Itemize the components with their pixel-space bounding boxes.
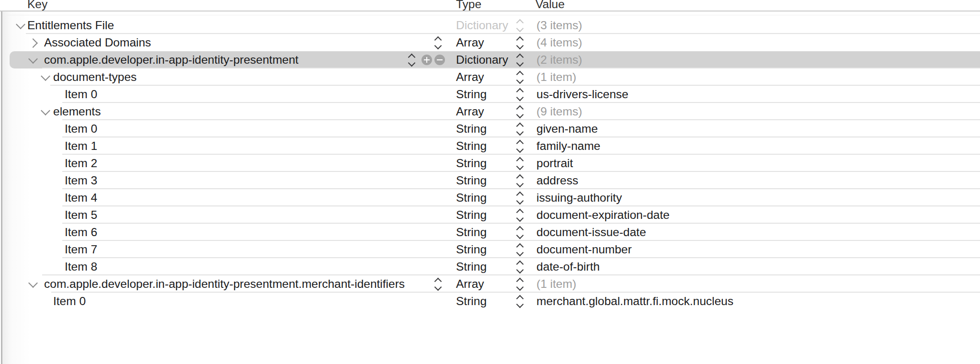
key-cell[interactable]: Item 5: [65, 206, 97, 224]
type-cell[interactable]: String: [456, 155, 487, 172]
type-stepper-icon[interactable]: [516, 51, 524, 68]
key-cell[interactable]: Entitlements File: [27, 17, 114, 34]
key-cell[interactable]: Item 1: [65, 137, 97, 155]
type-cell[interactable]: String: [456, 86, 487, 103]
value-cell[interactable]: us-drivers-license: [536, 86, 628, 103]
plist-row-entitlements-file[interactable]: Entitlements File Dictionary (3 items): [0, 17, 980, 34]
plist-row-in-app-identity-presentment[interactable]: com.apple.developer.in-app-identity-pres…: [0, 51, 980, 68]
type-cell[interactable]: String: [456, 258, 487, 275]
disclosure-expanded-icon[interactable]: [16, 20, 25, 29]
type-stepper-icon: [516, 17, 524, 34]
type-cell[interactable]: String: [456, 172, 487, 189]
key-cell[interactable]: Item 8: [65, 258, 97, 275]
type-cell[interactable]: Dictionary: [456, 51, 508, 68]
value-cell: (2 items): [536, 51, 582, 68]
add-row-button[interactable]: [422, 55, 432, 65]
type-stepper-icon[interactable]: [516, 34, 524, 51]
type-cell[interactable]: String: [456, 137, 487, 155]
disclosure-expanded-icon[interactable]: [28, 54, 38, 64]
type-stepper-icon[interactable]: [516, 224, 524, 241]
type-cell[interactable]: String: [456, 189, 487, 206]
type-stepper-icon[interactable]: [516, 68, 524, 86]
type-cell[interactable]: String: [456, 224, 487, 241]
key-cell[interactable]: Item 0: [53, 293, 86, 310]
type-stepper-icon[interactable]: [516, 155, 524, 172]
value-cell[interactable]: merchant.global.mattr.fi.mock.nucleus: [536, 293, 733, 310]
plist-row-item[interactable]: Item 0 String merchant.global.mattr.fi.m…: [0, 293, 980, 310]
type-stepper-icon[interactable]: [516, 103, 524, 120]
key-cell[interactable]: Associated Domains: [44, 34, 151, 51]
key-cell[interactable]: Item 6: [65, 224, 97, 241]
key-stepper-icon[interactable]: [408, 51, 416, 68]
key-cell[interactable]: com.apple.developer.in-app-identity-pres…: [44, 275, 405, 293]
column-header-value: Value: [536, 0, 565, 11]
plist-row-elements[interactable]: elements Array (9 items): [0, 103, 980, 120]
type-stepper-icon[interactable]: [516, 206, 524, 224]
type-stepper-icon[interactable]: [516, 120, 524, 137]
key-cell[interactable]: com.apple.developer.in-app-identity-pres…: [44, 51, 298, 68]
type-stepper-icon[interactable]: [516, 258, 524, 275]
plist-row-item[interactable]: Item 0 String given-name: [0, 120, 980, 137]
type-stepper-icon[interactable]: [516, 241, 524, 258]
plist-row-item[interactable]: Item 3 String address: [0, 172, 980, 189]
value-cell[interactable]: issuing-authority: [536, 189, 622, 206]
column-header-row: Key Type Value: [0, 0, 980, 11]
plist-row-item[interactable]: Item 2 String portrait: [0, 155, 980, 172]
plist-row-merchant-identifiers[interactable]: com.apple.developer.in-app-identity-pres…: [0, 275, 980, 293]
value-cell: (4 items): [536, 34, 582, 51]
key-cell[interactable]: Item 0: [65, 120, 97, 137]
type-cell: Dictionary: [456, 17, 508, 34]
disclosure-expanded-icon[interactable]: [41, 71, 50, 81]
type-cell[interactable]: Array: [456, 34, 484, 51]
value-cell[interactable]: family-name: [536, 137, 600, 155]
key-cell[interactable]: Item 4: [65, 189, 97, 206]
type-cell[interactable]: Array: [456, 103, 484, 120]
value-cell: (9 items): [536, 103, 582, 120]
value-cell[interactable]: date-of-birth: [536, 258, 600, 275]
value-cell[interactable]: document-expiration-date: [536, 206, 670, 224]
plist-row-document-types[interactable]: document-types Array (1 item): [0, 68, 980, 86]
value-cell[interactable]: document-number: [536, 241, 632, 258]
key-cell[interactable]: Item 3: [65, 172, 97, 189]
value-cell: (1 item): [536, 275, 576, 293]
type-cell[interactable]: String: [456, 206, 487, 224]
key-cell[interactable]: document-types: [53, 68, 137, 86]
value-cell[interactable]: document-issue-date: [536, 224, 646, 241]
type-cell[interactable]: String: [456, 120, 487, 137]
value-cell: (1 item): [536, 68, 576, 86]
type-stepper-icon[interactable]: [516, 86, 524, 103]
plist-row-item[interactable]: Item 8 String date-of-birth: [0, 258, 980, 275]
key-cell[interactable]: Item 0: [65, 86, 97, 103]
type-stepper-icon[interactable]: [516, 172, 524, 189]
column-header-type: Type: [456, 0, 481, 11]
disclosure-expanded-icon[interactable]: [41, 106, 50, 115]
type-cell[interactable]: Array: [456, 68, 484, 86]
type-cell[interactable]: Array: [456, 275, 484, 293]
plist-row-associated-domains[interactable]: Associated Domains Array (4 items): [0, 34, 980, 51]
disclosure-expanded-icon[interactable]: [28, 278, 38, 288]
value-cell[interactable]: given-name: [536, 120, 598, 137]
key-cell[interactable]: elements: [53, 103, 101, 120]
plist-row-item[interactable]: Item 1 String family-name: [0, 137, 980, 155]
disclosure-collapsed-icon[interactable]: [28, 38, 38, 48]
plist-row-item[interactable]: Item 4 String issuing-authority: [0, 189, 980, 206]
key-cell[interactable]: Item 7: [65, 241, 97, 258]
key-stepper-icon[interactable]: [434, 275, 443, 293]
type-stepper-icon[interactable]: [516, 189, 524, 206]
plist-row-item[interactable]: Item 5 String document-expiration-date: [0, 206, 980, 224]
remove-row-button[interactable]: [434, 55, 445, 65]
header-subline: [7, 15, 980, 15]
type-stepper-icon[interactable]: [516, 293, 524, 310]
type-stepper-icon[interactable]: [516, 137, 524, 155]
plist-row-item[interactable]: Item 7 String document-number: [0, 241, 980, 258]
type-cell[interactable]: String: [456, 293, 487, 310]
plist-row-item[interactable]: Item 0 String us-drivers-license: [0, 86, 980, 103]
plist-row-item[interactable]: Item 6 String document-issue-date: [0, 224, 980, 241]
value-cell: (3 items): [536, 17, 582, 34]
value-cell[interactable]: portrait: [536, 155, 573, 172]
type-stepper-icon[interactable]: [516, 275, 524, 293]
key-cell[interactable]: Item 2: [65, 155, 97, 172]
value-cell[interactable]: address: [536, 172, 578, 189]
key-stepper-icon[interactable]: [434, 34, 443, 51]
type-cell[interactable]: String: [456, 241, 487, 258]
